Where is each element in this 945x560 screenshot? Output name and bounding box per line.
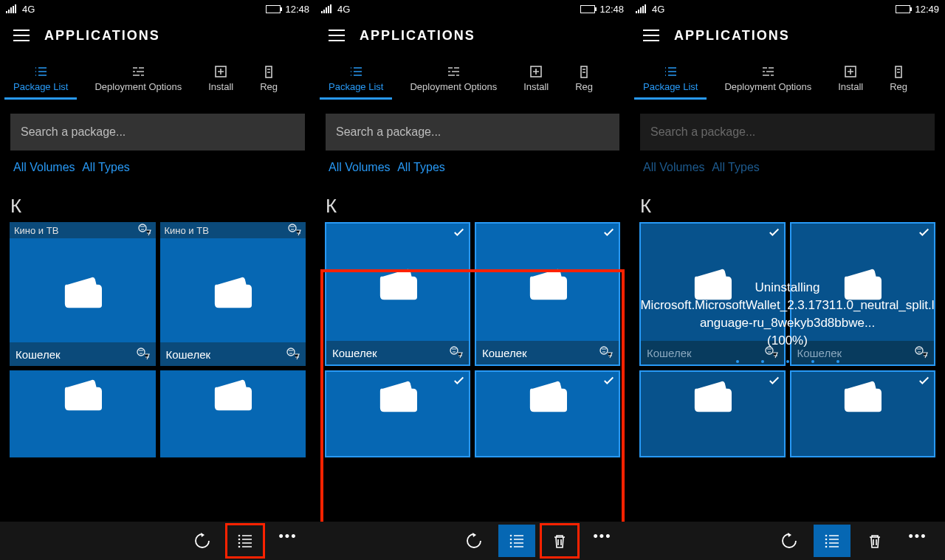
tab-package-list[interactable]: Package List [315, 58, 396, 100]
tab-label: Reg [575, 81, 593, 92]
refresh-button[interactable] [771, 525, 808, 557]
package-tile[interactable]: Кино и ТВ Кошелек [160, 222, 306, 366]
tab-bar: Package List Deployment Options Install … [0, 58, 315, 100]
app-header: APPLICATIONS [0, 18, 315, 53]
package-tile[interactable]: Кошелек [325, 222, 470, 366]
search-wrap [0, 100, 315, 156]
language-icon [138, 224, 151, 237]
trash-icon [551, 533, 568, 549]
tab-install[interactable]: Install [825, 58, 876, 100]
tab-register[interactable]: Reg [562, 58, 606, 100]
tab-label: Package List [13, 81, 68, 92]
more-button[interactable]: ••• [584, 525, 621, 557]
tab-register[interactable]: Reg [247, 58, 291, 100]
tab-label: Deployment Options [410, 81, 497, 92]
wallet-icon [377, 264, 419, 303]
package-grid: Кино и ТВ Кошелек Кино и ТВ Кошелек [0, 222, 315, 457]
wallet-icon [691, 376, 734, 415]
tab-register[interactable]: Reg [876, 58, 921, 100]
status-bar: 4G 12:48 [315, 0, 630, 18]
list-icon [824, 533, 840, 549]
wallet-icon [691, 264, 734, 303]
tab-bar: Package List Deployment Options Install … [315, 58, 630, 100]
ellipsis-icon: ••• [594, 529, 612, 545]
select-list-button[interactable] [814, 525, 850, 557]
select-list-button[interactable] [227, 525, 264, 557]
signal-icon [6, 4, 18, 13]
filter-volumes: All Volumes [643, 161, 705, 173]
package-tile [790, 370, 936, 457]
language-icon [137, 348, 150, 361]
battery-icon [580, 5, 595, 13]
app-header: APPLICATIONS [630, 18, 945, 53]
package-tile[interactable]: Кошелек [475, 222, 620, 366]
battery-icon [266, 5, 281, 13]
package-tile[interactable] [325, 370, 470, 457]
language-icon [765, 346, 778, 359]
refresh-button[interactable] [184, 525, 221, 557]
group-letter: К [0, 174, 315, 222]
tile-label: Кошелек [160, 342, 306, 366]
package-grid: Кошелек Кошелек [315, 222, 630, 457]
more-button[interactable]: ••• [269, 525, 306, 557]
filter-volumes[interactable]: All Volumes [13, 161, 75, 173]
page-title: APPLICATIONS [44, 28, 160, 44]
package-tile[interactable]: Кино и ТВ Кошелек [10, 222, 156, 366]
tab-deployment-options[interactable]: Deployment Options [711, 58, 825, 100]
tile-label: Кошелек [10, 342, 156, 366]
tab-deployment-options[interactable]: Deployment Options [396, 58, 510, 100]
filter-types[interactable]: All Types [397, 161, 445, 173]
language-icon [915, 346, 928, 359]
tab-label: Install [838, 81, 863, 92]
tab-package-list[interactable]: Package List [630, 58, 711, 100]
ellipsis-icon: ••• [909, 529, 927, 545]
package-tile[interactable] [160, 370, 306, 457]
screen-2: 4G 12:48 APPLICATIONS Package List Deplo… [315, 0, 630, 560]
tab-label: Deployment Options [94, 81, 182, 92]
tab-label: Install [523, 81, 549, 92]
tile-top-label: Кино и ТВ [160, 222, 306, 238]
trash-icon [867, 533, 883, 549]
clock: 12:48 [599, 4, 624, 15]
tab-package-list[interactable]: Package List [0, 58, 81, 100]
battery-icon [896, 5, 910, 13]
tile-top-label: Кино и ТВ [10, 222, 156, 238]
search-input[interactable] [326, 114, 619, 151]
delete-button[interactable] [541, 525, 578, 557]
wallet-icon [61, 272, 104, 311]
tab-install[interactable]: Install [195, 58, 247, 100]
delete-button[interactable] [856, 525, 893, 557]
tile-label: Кошелек [476, 341, 619, 364]
group-letter: К [630, 174, 945, 222]
screen-3: 4G 12:49 APPLICATIONS Package List Deplo… [630, 0, 945, 560]
search-input[interactable] [10, 114, 305, 151]
tab-bar: Package List Deployment Options Install … [630, 58, 945, 100]
wallet-icon [841, 376, 884, 415]
package-tile[interactable] [10, 370, 156, 457]
search-wrap [315, 100, 630, 156]
signal-icon [321, 4, 333, 13]
filter-types[interactable]: All Types [82, 161, 130, 173]
more-button[interactable]: ••• [899, 525, 936, 557]
bottom-bar: ••• [630, 522, 945, 560]
signal-icon [636, 4, 647, 13]
tab-label: Package List [329, 81, 383, 92]
wallet-icon [377, 376, 419, 415]
page-title: APPLICATIONS [674, 28, 790, 44]
filter-volumes[interactable]: All Volumes [329, 161, 391, 173]
wallet-icon [211, 272, 254, 311]
tab-install[interactable]: Install [510, 58, 562, 100]
refresh-button[interactable] [456, 525, 492, 557]
tab-deployment-options[interactable]: Deployment Options [81, 58, 195, 100]
wallet-icon [526, 376, 569, 415]
hamburger-icon[interactable] [643, 30, 659, 41]
wallet-icon [61, 375, 104, 413]
package-tile[interactable] [475, 370, 620, 457]
hamburger-icon[interactable] [329, 30, 345, 41]
tab-label: Deployment Options [724, 81, 811, 92]
search-input [640, 114, 935, 151]
status-bar: 4G 12:48 [0, 0, 315, 18]
status-bar: 4G 12:49 [630, 0, 945, 18]
hamburger-icon[interactable] [13, 30, 30, 41]
select-list-button[interactable] [498, 525, 535, 557]
